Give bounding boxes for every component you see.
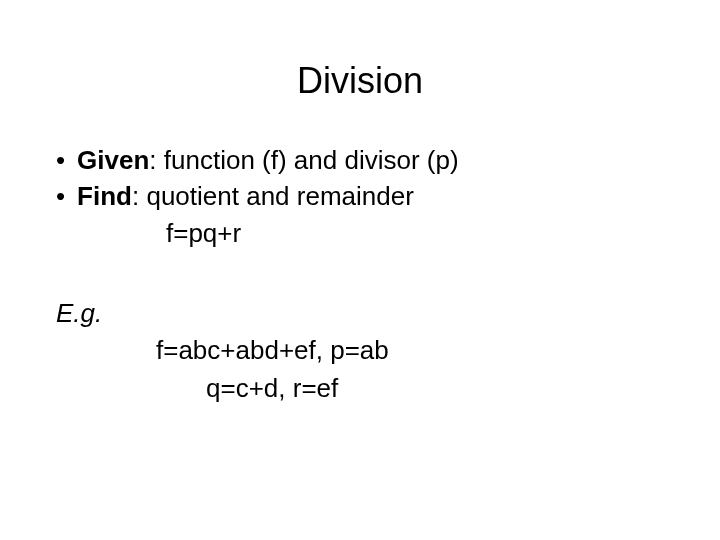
example-line-1: f=abc+abd+ef, p=ab bbox=[56, 332, 680, 370]
equation-line: f=pq+r bbox=[56, 216, 680, 251]
bullet-mark: • bbox=[56, 180, 65, 214]
example-line-2: q=c+d, r=ef bbox=[56, 370, 680, 408]
eg-label-line: E.g. bbox=[56, 297, 680, 331]
bullet-text: Find: quotient and remainder bbox=[77, 180, 414, 214]
bullet-find: • Find: quotient and remainder bbox=[56, 180, 680, 214]
slide: Division • Given: function (f) and divis… bbox=[0, 60, 720, 540]
bullet-label: Find bbox=[77, 181, 132, 211]
bullet-rest: : quotient and remainder bbox=[132, 181, 414, 211]
bullet-rest: : function (f) and divisor (p) bbox=[149, 145, 458, 175]
bullet-text: Given: function (f) and divisor (p) bbox=[77, 144, 458, 178]
slide-title: Division bbox=[0, 60, 720, 102]
eg-label: E.g. bbox=[56, 297, 102, 331]
slide-content: • Given: function (f) and divisor (p) • … bbox=[0, 144, 720, 408]
bullet-mark: • bbox=[56, 144, 65, 178]
bullet-given: • Given: function (f) and divisor (p) bbox=[56, 144, 680, 178]
bullet-label: Given bbox=[77, 145, 149, 175]
